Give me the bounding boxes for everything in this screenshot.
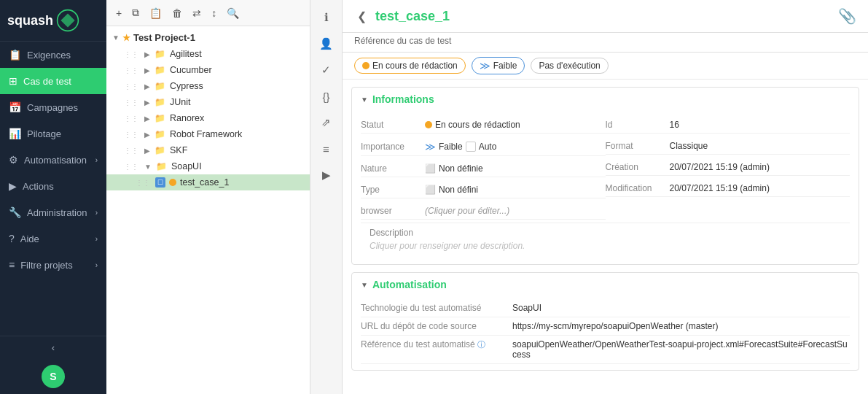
- expand-icon[interactable]: ▼: [144, 163, 152, 171]
- copy-button[interactable]: ⧉: [128, 4, 143, 21]
- tree-item-soapui[interactable]: ⋮⋮ ▼ 📁 SoapUI: [106, 158, 310, 174]
- technologie-label: Technologie du test automatisé: [361, 303, 507, 313]
- tree-root[interactable]: ▼ ★ Test Project-1: [106, 29, 310, 46]
- auto-checkbox[interactable]: [466, 142, 476, 152]
- tree-toolbar: + ⧉ 📋 🗑 ⇄ ↕ 🔍: [106, 0, 310, 26]
- tree-item-cypress[interactable]: ⋮⋮ ▶ 📁 Cypress: [106, 78, 310, 94]
- description-value[interactable]: Cliquer pour renseigner une description.: [370, 241, 841, 251]
- avatar[interactable]: S: [42, 365, 65, 388]
- expand-icon[interactable]: ▶: [144, 82, 150, 90]
- drag-icon: ⋮⋮: [124, 131, 138, 139]
- tree-item-junit[interactable]: ⋮⋮ ▶ 📁 JUnit: [106, 94, 310, 110]
- list-button[interactable]: ≡: [315, 137, 338, 161]
- tree-item-label: SKF: [170, 145, 187, 155]
- tree-item-agilitest[interactable]: ⋮⋮ ▶ 📁 Agilitest: [106, 46, 310, 62]
- execution-badge[interactable]: Pas d'exécution: [531, 58, 608, 74]
- auto-row-technologie: Technologie du test automatisé SoapUI: [361, 299, 850, 317]
- attach-icon[interactable]: 📎: [838, 7, 856, 25]
- id-label: Id: [606, 120, 664, 130]
- info-row-type: Type ⬜ Non défini: [361, 182, 606, 198]
- play-button[interactable]: ▶: [315, 163, 338, 187]
- help-icon[interactable]: ⓘ: [477, 340, 485, 349]
- tree-item-robot-framework[interactable]: ⋮⋮ ▶ 📁 Robot Framework: [106, 126, 310, 142]
- sidebar-item-campagnes[interactable]: 📅 Campagnes: [0, 94, 106, 120]
- sidebar-collapse-button[interactable]: ‹: [0, 336, 106, 359]
- browser-label: browser: [361, 206, 419, 216]
- main-content: ❮ test_case_1 📎 Référence du cas de test…: [343, 0, 868, 394]
- sidebar-item-filtre-projets[interactable]: ≡ Filtre projets ›: [0, 252, 106, 278]
- add-button[interactable]: +: [112, 5, 125, 21]
- expand-icon[interactable]: ▶: [144, 147, 150, 155]
- sidebar-item-actions[interactable]: ▶ Actions: [0, 173, 106, 199]
- sidebar: squash 📋 Exigences ⊞ Cas de test 📅 Campa…: [0, 0, 106, 394]
- delete-button[interactable]: 🗑: [168, 5, 186, 21]
- informations-section-body: Statut En cours de rédaction Importance …: [352, 111, 859, 264]
- sidebar-item-label: Cas de test: [23, 76, 98, 87]
- id-value: 16: [670, 120, 679, 130]
- share-button[interactable]: ⇗: [315, 111, 338, 134]
- exigences-icon: 📋: [9, 49, 21, 61]
- collapse-panel-button[interactable]: ❮: [354, 8, 370, 25]
- main-header: ❮ test_case_1 📎: [343, 0, 868, 33]
- informations-section-title: Informations: [372, 93, 434, 105]
- tree-item-label: JUnit: [170, 97, 190, 107]
- logo-icon: [56, 9, 79, 32]
- expand-icon[interactable]: ▶: [144, 66, 150, 74]
- main-body: ▼ Informations Statut En cours de rédact…: [343, 80, 868, 394]
- url-value: https://my-scm/myrepo/soapuiOpenWeather …: [512, 321, 850, 331]
- check-button[interactable]: ✓: [315, 58, 338, 82]
- info-row-statut: Statut En cours de rédaction: [361, 117, 606, 134]
- automatisation-section-header[interactable]: ▼ Automatisation: [352, 273, 859, 296]
- drag-icon: ⋮⋮: [124, 50, 138, 58]
- sidebar-item-exigences[interactable]: 📋 Exigences: [0, 42, 106, 68]
- sidebar-item-label: Filtre projets: [20, 260, 89, 271]
- tree-item-test-case-1[interactable]: ⋮⋮ ☐ test_case_1: [106, 174, 310, 190]
- star-icon: ★: [122, 33, 130, 43]
- info-button[interactable]: ℹ: [315, 6, 338, 29]
- search-button[interactable]: 🔍: [223, 5, 243, 21]
- sidebar-item-label: Automatisation: [24, 155, 90, 166]
- description-section: Description Cliquer pour renseigner une …: [361, 223, 850, 258]
- status-badge[interactable]: En cours de rédaction: [354, 58, 466, 74]
- importance-badge[interactable]: ≫ Faible: [472, 57, 525, 74]
- expand-icon[interactable]: ▶: [144, 98, 150, 107]
- creation-label: Création: [606, 162, 664, 172]
- expand-icon[interactable]: ▶: [144, 131, 150, 139]
- paste-button[interactable]: 📋: [146, 5, 165, 21]
- info-row-creation: Création 20/07/2021 15:19 (admin): [606, 159, 851, 176]
- cas-de-test-icon: ⊞: [9, 75, 17, 87]
- tree-item-cucumber[interactable]: ⋮⋮ ▶ 📁 Cucumber: [106, 62, 310, 78]
- format-label: Format: [606, 141, 664, 151]
- browser-value[interactable]: (Cliquer pour éditer...): [425, 206, 509, 216]
- expand-icon[interactable]: ▶: [144, 50, 150, 58]
- chevron-down-icon: ▼: [361, 281, 368, 289]
- folder-icon: 📁: [155, 129, 165, 139]
- info-row-importance: Importance ≫ Faible Auto: [361, 138, 606, 156]
- tree-item-skf[interactable]: ⋮⋮ ▶ 📁 SKF: [106, 142, 310, 158]
- refresh-button[interactable]: ⇄: [189, 5, 205, 21]
- sidebar-item-administration[interactable]: 🔧 Administration ›: [0, 199, 106, 225]
- chevron-right-icon: ›: [95, 156, 98, 164]
- auto-row-reference: Référence du test automatisé ⓘ soapuiOpe…: [361, 336, 850, 364]
- status-dot-icon: [425, 121, 432, 128]
- type-label: Type: [361, 185, 419, 195]
- drag-icon: ⋮⋮: [124, 66, 138, 74]
- importance-icon: ≫: [425, 141, 436, 152]
- person-button[interactable]: 👤: [315, 32, 338, 55]
- tree-item-ranorex[interactable]: ⋮⋮ ▶ 📁 Ranorex: [106, 110, 310, 126]
- expand-icon[interactable]: ▼: [112, 34, 120, 42]
- sidebar-item-cas-de-test[interactable]: ⊞ Cas de test: [0, 68, 106, 94]
- expand-icon[interactable]: ▶: [144, 115, 150, 123]
- technologie-value: SoapUI: [512, 303, 850, 313]
- sidebar-item-aide[interactable]: ? Aide ›: [0, 225, 106, 252]
- sort-button[interactable]: ↕: [208, 5, 220, 21]
- tree-panel: + ⧉ 📋 🗑 ⇄ ↕ 🔍 ▼ ★ Test Project-1 ⋮⋮ ▶ 📁 …: [106, 0, 310, 394]
- type-value: ⬜ Non défini: [425, 185, 478, 195]
- modification-value: 20/07/2021 15:19 (admin): [670, 183, 770, 193]
- code-button[interactable]: {}: [315, 85, 338, 108]
- folder-icon: 📁: [155, 97, 165, 107]
- status-badge-label: En cours de rédaction: [372, 61, 458, 71]
- informations-section-header[interactable]: ▼ Informations: [352, 88, 859, 111]
- sidebar-item-automatisation[interactable]: ⚙ Automatisation ›: [0, 147, 106, 173]
- sidebar-item-pilotage[interactable]: 📊 Pilotage: [0, 120, 106, 147]
